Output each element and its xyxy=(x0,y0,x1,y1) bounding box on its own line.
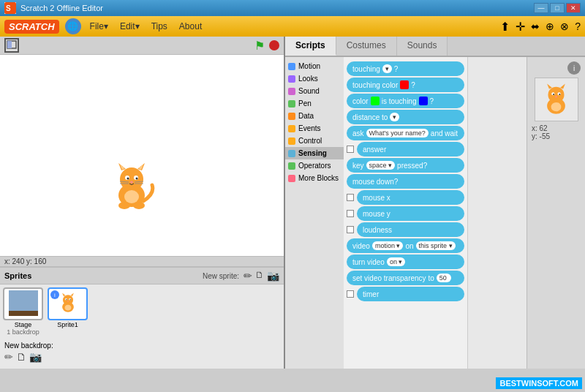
stage-sprite-label: Stage xyxy=(7,321,39,328)
upload-icon[interactable]: ⬆ xyxy=(500,20,510,34)
block-mouse-x[interactable]: mouse x xyxy=(357,190,464,205)
video-state-dropdown[interactable]: on ▾ xyxy=(387,257,406,266)
new-sprite-label: New sprite: xyxy=(203,272,239,280)
coords-bar: x: 240 y: 160 xyxy=(0,256,284,266)
minimize-button[interactable]: — xyxy=(534,3,548,13)
resize-icon[interactable]: ⬌ xyxy=(531,20,540,32)
category-sensing[interactable]: Sensing xyxy=(285,147,344,159)
block-key-pressed[interactable]: key space ▾ pressed? xyxy=(347,158,464,173)
info-button[interactable]: i xyxy=(567,61,581,75)
paint-sprite-button[interactable]: ✏ xyxy=(244,270,252,282)
block-video[interactable]: video motion ▾ on this sprite ▾ xyxy=(347,238,464,253)
svg-marker-37 xyxy=(560,83,565,88)
category-motion[interactable]: Motion xyxy=(285,60,344,72)
sprites-content: Stage 1 backdrop i xyxy=(0,284,284,339)
answer-checkbox[interactable] xyxy=(347,146,354,153)
menu-about[interactable]: About xyxy=(176,20,205,33)
ask-input[interactable]: What's your name? xyxy=(366,129,429,137)
scripting-area xyxy=(468,57,526,369)
stage-size-button[interactable] xyxy=(4,38,19,53)
menu-file[interactable]: File▾ xyxy=(87,20,111,33)
sprite1-thumb[interactable]: i xyxy=(48,287,88,320)
stage-sprite[interactable] xyxy=(3,287,43,320)
loudness-checkbox[interactable] xyxy=(347,226,354,233)
category-more-blocks[interactable]: More Blocks xyxy=(285,172,344,184)
import-sprite-button[interactable]: 🗋 xyxy=(255,270,264,282)
block-mouse-x-row: mouse x xyxy=(347,190,464,205)
categories-panel: Motion Looks Sound Pen Data xyxy=(285,57,344,369)
block-video-transparency[interactable]: set video transparency to 50 xyxy=(347,271,464,285)
svg-point-41 xyxy=(559,93,560,94)
svg-point-43 xyxy=(555,96,557,97)
block-color-touching[interactable]: color is touching ? xyxy=(347,94,464,108)
menu-tips[interactable]: Tips xyxy=(148,20,170,33)
category-events[interactable]: Events xyxy=(285,122,344,135)
new-backdrop-section: New backdrop: ✏ 🗋 📷 xyxy=(0,339,284,366)
camera-sprite-button[interactable]: 📷 xyxy=(267,270,279,282)
block-mouse-y[interactable]: mouse y xyxy=(357,206,464,221)
language-button[interactable]: 🌐 xyxy=(65,18,81,34)
green-flag-button[interactable]: ⚑ xyxy=(254,39,265,53)
svg-point-31 xyxy=(69,299,70,300)
mouse-x-checkbox[interactable] xyxy=(347,194,354,201)
stop-button[interactable] xyxy=(269,40,279,50)
category-pen[interactable]: Pen xyxy=(285,97,344,110)
key-dropdown[interactable]: space ▾ xyxy=(366,161,396,170)
block-loudness[interactable]: loudness xyxy=(357,222,464,237)
svg-text:S: S xyxy=(6,4,11,12)
svg-point-40 xyxy=(553,93,554,94)
close-button[interactable]: ✕ xyxy=(566,3,581,13)
block-timer[interactable]: timer xyxy=(357,287,464,301)
timer-checkbox[interactable] xyxy=(347,290,354,298)
sprite-preview xyxy=(535,78,578,121)
blocks-layout: Motion Looks Sound Pen Data xyxy=(285,57,585,369)
stage-canvas xyxy=(0,55,284,256)
paint-backdrop-button[interactable]: ✏ xyxy=(4,351,13,363)
category-data[interactable]: Data xyxy=(285,110,344,122)
block-touching-color[interactable]: touching color ? xyxy=(347,78,464,92)
tab-sounds[interactable]: Sounds xyxy=(397,37,448,56)
camera-backdrop-button[interactable]: 📷 xyxy=(29,351,42,363)
sprite-y-coord: y: -55 xyxy=(532,132,581,140)
sprite-x-coord: x: 62 xyxy=(532,124,581,132)
block-turn-video[interactable]: turn video on ▾ xyxy=(347,255,464,269)
touching-dropdown[interactable]: ▾ xyxy=(382,64,392,73)
svg-marker-27 xyxy=(70,293,73,296)
zoom-out-icon[interactable]: ⊗ xyxy=(560,20,569,32)
video-target-dropdown[interactable]: this sprite ▾ xyxy=(416,241,456,250)
distance-to-dropdown[interactable]: ▾ xyxy=(390,113,399,121)
svg-point-13 xyxy=(136,178,138,180)
menu-edit[interactable]: Edit▾ xyxy=(117,20,143,33)
video-type-dropdown[interactable]: motion ▾ xyxy=(372,241,404,250)
block-distance-to[interactable]: distance to ▾ xyxy=(347,110,464,124)
maximize-button[interactable]: □ xyxy=(550,3,565,13)
add-icon[interactable]: ✛ xyxy=(516,20,525,34)
help-icon[interactable]: ? xyxy=(575,20,581,32)
sprites-header: Sprites New sprite: ✏ 🗋 📷 xyxy=(0,268,284,284)
category-sound[interactable]: Sound xyxy=(285,85,344,97)
transparency-input[interactable]: 50 xyxy=(437,274,451,282)
block-loudness-row: loudness xyxy=(347,222,464,237)
sprite1-info-badge[interactable]: i xyxy=(50,290,59,299)
sprite1-label: Sprite1 xyxy=(57,321,78,328)
zoom-in-icon[interactable]: ⊕ xyxy=(546,20,554,32)
svg-point-33 xyxy=(64,305,71,311)
tabs-bar: Scripts Costumes Sounds xyxy=(285,37,585,57)
block-answer[interactable]: answer xyxy=(357,142,464,157)
block-touching[interactable]: touching ▾ ? xyxy=(347,61,464,76)
category-control[interactable]: Control xyxy=(285,135,344,147)
sprites-panel: Sprites New sprite: ✏ 🗋 📷 xyxy=(0,266,284,369)
svg-marker-26 xyxy=(62,293,65,296)
block-mouse-down[interactable]: mouse down? xyxy=(347,174,464,189)
block-ask-wait[interactable]: ask What's your name? and wait xyxy=(347,126,464,140)
menu-bar: SCRATCH 🌐 File▾ Edit▾ Tips About ⬆ ✛ ⬌ ⊕… xyxy=(0,16,585,37)
category-looks[interactable]: Looks xyxy=(285,72,344,85)
mouse-y-checkbox[interactable] xyxy=(347,210,354,217)
stage-area: ⚑ xyxy=(0,37,285,369)
category-operators[interactable]: Operators xyxy=(285,159,344,172)
tab-costumes[interactable]: Costumes xyxy=(336,37,397,56)
import-backdrop-button[interactable]: 🗋 xyxy=(16,351,26,363)
svg-point-30 xyxy=(66,299,67,300)
tab-scripts[interactable]: Scripts xyxy=(285,37,336,56)
svg-point-32 xyxy=(67,301,69,301)
